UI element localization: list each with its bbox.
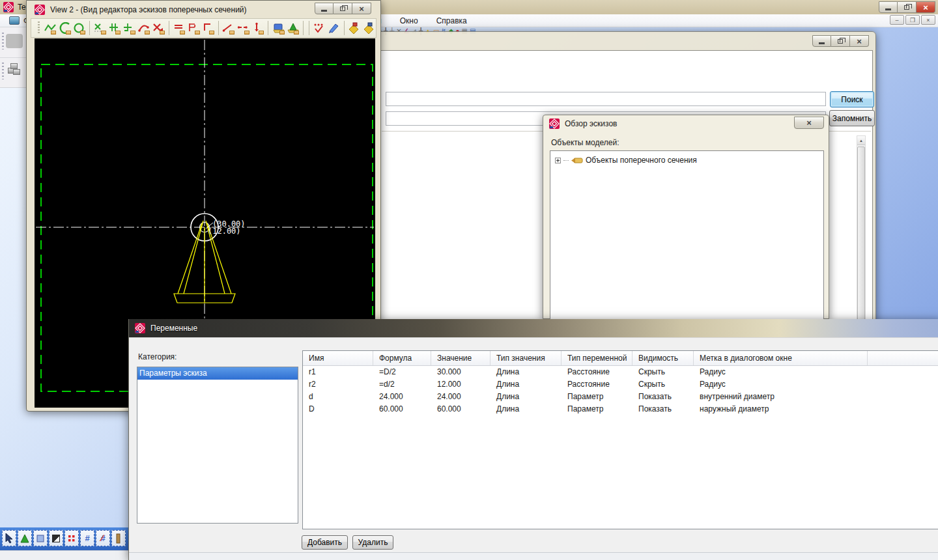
tekla-logo-icon <box>35 5 45 15</box>
toolbar-grip[interactable] <box>38 21 40 35</box>
publish-sketch-icon[interactable] <box>287 20 300 36</box>
column-header-value[interactable]: Значение <box>431 351 490 365</box>
horizontal-dimension-icon[interactable] <box>236 20 249 36</box>
column-header-value-type[interactable]: Тип значения <box>490 351 561 365</box>
save-sketch-icon[interactable] <box>272 20 285 36</box>
equal-constraint-icon[interactable] <box>173 20 186 36</box>
tekla-logo-icon <box>549 119 560 129</box>
toolbar-separator <box>309 21 309 35</box>
sketch-arc-icon[interactable] <box>58 20 71 36</box>
sketch-toolbar <box>31 18 377 38</box>
mdi-restore-button[interactable]: ❐ <box>905 15 920 25</box>
toolbar-separator <box>268 21 268 35</box>
edit-sketch-icon[interactable] <box>328 20 341 36</box>
length-dimension-icon[interactable] <box>187 20 200 36</box>
save-flag-icon[interactable] <box>348 20 361 36</box>
mdi-minimize-button[interactable]: – <box>890 15 904 25</box>
column-header-dialog-label[interactable]: Метка в диалоговом окне <box>694 351 868 365</box>
check-sketch-icon[interactable] <box>313 20 326 36</box>
add-point-icon[interactable] <box>93 20 106 36</box>
cell-dialog-label: Радиус <box>694 366 868 378</box>
scroll-up-icon[interactable]: ▲ <box>857 136 865 145</box>
close-icon: × <box>806 118 812 128</box>
mdi-close-button[interactable]: × <box>921 15 935 25</box>
add-button[interactable]: Добавить <box>302 535 348 550</box>
cell-empty <box>868 391 938 403</box>
cell-empty <box>868 403 938 415</box>
delete-button[interactable]: Удалить <box>352 535 393 550</box>
column-header-name[interactable]: Имя <box>303 351 373 365</box>
sketch-polyline-icon[interactable] <box>44 20 57 36</box>
window-bottom-strip <box>129 553 938 560</box>
search-button[interactable]: Поиск <box>830 91 874 107</box>
column-header-formula[interactable]: Формула <box>373 351 431 365</box>
close-button[interactable]: × <box>917 1 935 13</box>
restore-button[interactable] <box>831 35 850 47</box>
restore-button[interactable] <box>898 1 917 13</box>
toolbar-grip[interactable] <box>2 33 4 49</box>
perpendicular-constraint-icon[interactable] <box>122 20 135 36</box>
category-item-selected[interactable]: Параметры эскиза <box>137 367 298 380</box>
close-button[interactable]: × <box>850 35 869 47</box>
sketch-circle-icon[interactable] <box>73 20 86 36</box>
catalog-titlebar[interactable] <box>377 32 875 50</box>
sketch-editor-title: View 2 - (Вид редактора эскизов поперечн… <box>50 5 247 14</box>
table-row[interactable]: r2 =d/2 12.000 Длина Расстояние Скрыть Р… <box>303 378 938 391</box>
cell-variable-type: Расстояние <box>561 366 632 378</box>
search-input[interactable] <box>386 92 826 106</box>
cell-name: D <box>303 403 373 415</box>
table-row[interactable]: d 24.000 24.000 Длина Параметр Показать … <box>303 391 938 403</box>
tree-expand-icon[interactable] <box>555 158 561 163</box>
toolbar-grip[interactable] <box>2 63 4 79</box>
select-point-icon[interactable] <box>33 530 48 546</box>
angle-dimension-icon[interactable] <box>222 20 235 36</box>
select-part-icon[interactable] <box>18 530 32 546</box>
model-objects-tree[interactable]: Объекты поперечного сечения <box>550 150 824 320</box>
table-row[interactable]: r1 =D/2 30.000 Длина Расстояние Скрыть Р… <box>303 366 938 378</box>
disabled-tool-icon[interactable] <box>6 34 23 48</box>
select-grid-lines-icon[interactable]: # <box>80 530 94 546</box>
select-grid-points-icon[interactable] <box>64 530 79 546</box>
tekla-logo-icon <box>3 2 14 12</box>
minimize-button[interactable] <box>879 1 898 13</box>
cell-visibility: Показать <box>632 403 694 415</box>
save-flag-alt-icon[interactable] <box>363 20 376 36</box>
table-header-row: Имя Формула Значение Тип значения Тип пе… <box>303 351 938 366</box>
select-plane-icon[interactable] <box>111 530 126 546</box>
parallel-constraint-icon[interactable] <box>108 20 121 36</box>
select-grid-plane-icon[interactable]: #∕ <box>96 530 110 546</box>
mdi-document-icon[interactable] <box>9 16 20 25</box>
delete-constraint-icon[interactable] <box>152 20 165 36</box>
minimize-button[interactable] <box>315 3 334 14</box>
menu-window[interactable]: Окно <box>399 15 419 27</box>
cell-value-type: Длина <box>490 366 561 378</box>
variables-table[interactable]: Имя Формула Значение Тип значения Тип пе… <box>302 350 938 529</box>
category-list[interactable]: Параметры эскиза <box>137 367 298 524</box>
corner-dimension-icon[interactable] <box>202 20 215 36</box>
column-header-visibility[interactable]: Видимость <box>632 351 694 365</box>
cell-empty <box>868 378 938 391</box>
dimension-label-inner: (12.00) <box>208 227 241 236</box>
vertical-dimension-icon[interactable] <box>251 20 264 36</box>
restore-button[interactable] <box>334 3 352 14</box>
sketch-browser-titlebar[interactable]: Обзор эскизов <box>543 115 829 132</box>
component-catalog-icon[interactable] <box>7 61 23 78</box>
cell-visibility: Скрыть <box>632 378 694 391</box>
minimize-button[interactable] <box>812 35 831 47</box>
table-row[interactable]: D 60.000 60.000 Длина Параметр Показать … <box>303 403 938 415</box>
toolbar-separator <box>344 21 345 35</box>
select-surface-icon[interactable] <box>49 530 63 546</box>
close-button[interactable]: × <box>352 3 371 14</box>
close-button[interactable]: × <box>794 117 824 129</box>
variables-title: Переменные <box>150 324 197 333</box>
scrollbar-thumb[interactable] <box>857 147 865 332</box>
menu-help[interactable]: Справка <box>435 15 468 27</box>
tangent-arc-icon[interactable] <box>137 20 150 36</box>
select-cursor-icon[interactable] <box>2 530 16 546</box>
main-caption-buttons: × <box>879 1 935 13</box>
remember-button[interactable]: Запомнить <box>829 110 875 126</box>
column-header-variable-type[interactable]: Тип переменной <box>561 351 632 365</box>
variables-titlebar[interactable]: Переменные <box>129 319 938 337</box>
cell-value-type: Длина <box>490 378 561 391</box>
tree-item[interactable]: Объекты поперечного сечения <box>555 156 823 165</box>
